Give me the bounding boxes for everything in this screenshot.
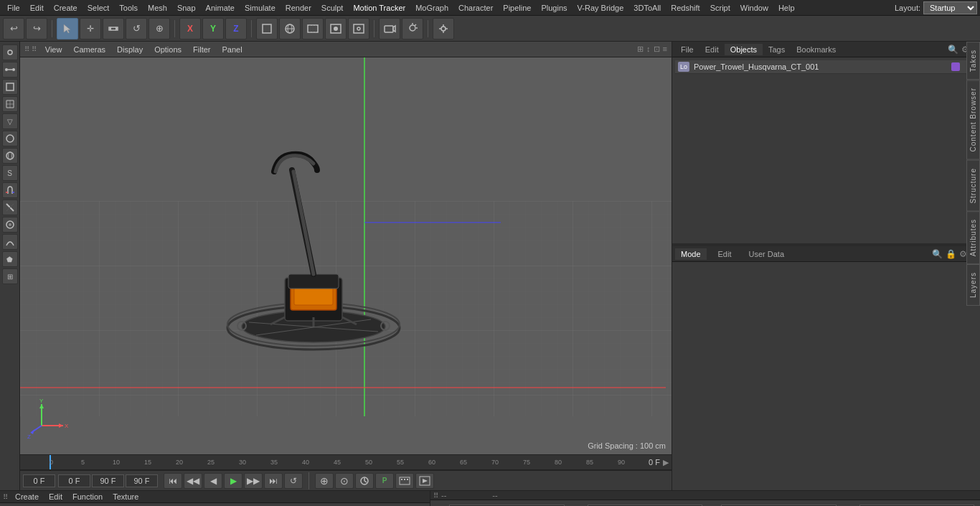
menu-item-create[interactable]: Create bbox=[50, 2, 82, 14]
frame-end-input[interactable] bbox=[92, 474, 124, 487]
menu-item-motiontracker[interactable]: Motion Tracker bbox=[349, 2, 410, 14]
menu-item-3dtoall[interactable]: 3DToAll bbox=[629, 2, 665, 14]
texture-mode-button[interactable] bbox=[279, 18, 301, 39]
attr-lock-icon[interactable]: 🔒 bbox=[946, 249, 956, 259]
menu-item-snap[interactable]: Snap bbox=[173, 2, 200, 14]
goto-start-btn[interactable]: ⏮ bbox=[164, 473, 182, 489]
viewport-menu-options[interactable]: Options bbox=[151, 44, 184, 55]
rp-tab-bookmarks[interactable]: Bookmarks bbox=[791, 44, 842, 55]
viewport-menu-filter[interactable]: Filter bbox=[190, 44, 213, 55]
viewport-control-1[interactable]: ⊞ bbox=[637, 44, 644, 54]
magnet-btn[interactable] bbox=[2, 182, 18, 198]
frame-start-input[interactable] bbox=[23, 474, 55, 487]
step-forward-btn[interactable]: ▶▶ bbox=[244, 473, 263, 489]
loop-btn[interactable]: ↺ bbox=[284, 473, 303, 489]
play-back-btn[interactable]: ◀ bbox=[204, 473, 222, 489]
yaxis-button[interactable]: Y bbox=[202, 18, 224, 39]
attr-tab-mode[interactable]: Mode bbox=[675, 248, 707, 260]
rp-tab-file[interactable]: File bbox=[675, 44, 699, 55]
rp-search-icon[interactable]: 🔍 bbox=[948, 44, 958, 55]
viewport-3d[interactable]: Perspective Grid Spacing : 100 cm X Y Z bbox=[20, 57, 672, 454]
light-button[interactable] bbox=[402, 18, 423, 39]
vtab-content-browser[interactable]: Content Browser bbox=[966, 80, 980, 159]
step-back-btn[interactable]: ◀◀ bbox=[184, 473, 202, 489]
menu-item-redshift[interactable]: Redshift bbox=[666, 2, 704, 14]
menu-item-select[interactable]: Select bbox=[83, 2, 114, 14]
object-row-1[interactable]: Lo Power_Trowel_Husqvarna_CT_001 bbox=[675, 60, 977, 74]
xaxis-button[interactable]: X bbox=[179, 18, 201, 39]
viewport-menu-cameras[interactable]: Cameras bbox=[70, 44, 108, 55]
uvw-btn[interactable] bbox=[2, 96, 18, 112]
viewport-control-4[interactable]: ≡ bbox=[663, 44, 667, 54]
key-auto-btn[interactable] bbox=[355, 473, 374, 489]
hair-btn[interactable]: ⬟ bbox=[2, 251, 18, 267]
menu-item-pipeline[interactable]: Pipeline bbox=[499, 2, 535, 14]
vtab-structure[interactable]: Structure bbox=[966, 160, 980, 212]
menu-item-character[interactable]: Character bbox=[454, 2, 497, 14]
rotate-tool-button[interactable]: ↺ bbox=[126, 18, 147, 39]
menu-item-sculpt[interactable]: Sculpt bbox=[317, 2, 348, 14]
move-tool-button[interactable]: ✛ bbox=[80, 18, 101, 39]
menu-item-tools[interactable]: Tools bbox=[115, 2, 142, 14]
vtab-attributes[interactable]: Attributes bbox=[966, 211, 980, 264]
menu-item-plugins[interactable]: Plugins bbox=[537, 2, 571, 14]
undo-button[interactable]: ↩ bbox=[3, 18, 24, 39]
mat-menu-create[interactable]: Create bbox=[12, 491, 42, 502]
viewport-menu-panel[interactable]: Panel bbox=[220, 44, 245, 55]
mat-menu-texture[interactable]: Texture bbox=[110, 491, 141, 502]
select-tool-button[interactable] bbox=[57, 18, 78, 39]
mat-menu-edit[interactable]: Edit bbox=[46, 491, 65, 502]
poly-mode-btn[interactable] bbox=[2, 79, 18, 95]
viewport-menu-view[interactable]: View bbox=[42, 44, 65, 55]
key-remove-btn[interactable]: ⊙ bbox=[335, 473, 354, 489]
menu-item-render[interactable]: Render bbox=[281, 2, 316, 14]
menu-item-window[interactable]: Window bbox=[736, 2, 773, 14]
edge-mode-btn[interactable] bbox=[2, 62, 18, 78]
timeline-end-btn[interactable]: ▶ bbox=[663, 458, 669, 467]
model-btn[interactable]: ▽ bbox=[2, 113, 18, 129]
attr-tab-userdata[interactable]: User Data bbox=[743, 248, 791, 260]
redo-button[interactable]: ↪ bbox=[26, 18, 47, 39]
attr-tab-edit[interactable]: Edit bbox=[712, 248, 738, 260]
render-settings-button[interactable] bbox=[348, 18, 369, 39]
key-add-btn[interactable]: ⊕ bbox=[315, 473, 334, 489]
viewport-menu-display[interactable]: Display bbox=[114, 44, 146, 55]
timeline-area[interactable]: 0 5 10 15 20 25 30 35 40 45 50 55 60 65 … bbox=[20, 454, 672, 470]
menu-item-simulate[interactable]: Simulate bbox=[240, 2, 280, 14]
render-region-button[interactable] bbox=[302, 18, 324, 39]
snap-single-button[interactable] bbox=[433, 18, 454, 39]
keys-display-btn[interactable] bbox=[395, 473, 414, 489]
rp-tab-tags[interactable]: Tags bbox=[763, 44, 791, 55]
menu-item-mesh[interactable]: Mesh bbox=[143, 2, 171, 14]
object-btn[interactable] bbox=[2, 131, 18, 146]
rp-tab-edit[interactable]: Edit bbox=[699, 44, 725, 55]
menu-item-edit[interactable]: Edit bbox=[26, 2, 48, 14]
menu-item-script[interactable]: Script bbox=[706, 2, 735, 14]
scale-tool-button[interactable] bbox=[103, 18, 124, 39]
camera-button[interactable] bbox=[379, 18, 400, 39]
motion-preview-btn[interactable] bbox=[415, 473, 434, 489]
mat-menu-function[interactable]: Function bbox=[70, 491, 105, 502]
sculpt-btn[interactable] bbox=[2, 217, 18, 233]
zaxis-button[interactable]: Z bbox=[225, 18, 247, 39]
layout-select[interactable]: Startup Standard bbox=[923, 1, 977, 14]
spline-btn[interactable] bbox=[2, 234, 18, 250]
frame-prev-input[interactable] bbox=[58, 474, 90, 487]
menu-item-mograph[interactable]: MoGraph bbox=[411, 2, 453, 14]
render-button[interactable] bbox=[325, 18, 347, 39]
texture-btn[interactable] bbox=[2, 148, 18, 164]
weight-btn[interactable]: S bbox=[2, 165, 18, 181]
knife-btn[interactable] bbox=[2, 200, 18, 215]
attr-search-icon[interactable]: 🔍 bbox=[932, 249, 943, 259]
play-btn[interactable]: ▶ bbox=[224, 473, 242, 489]
model-mode-button[interactable] bbox=[256, 18, 278, 39]
menu-item-vray[interactable]: V-Ray Bridge bbox=[573, 2, 628, 14]
extra-btn[interactable]: ⊞ bbox=[2, 268, 18, 284]
vtab-layers[interactable]: Layers bbox=[966, 264, 980, 306]
point-mode-btn[interactable] bbox=[2, 44, 18, 60]
viewport-control-2[interactable]: ↕ bbox=[646, 44, 651, 54]
poly-tool-button[interactable]: ⊕ bbox=[149, 18, 170, 39]
menu-item-animate[interactable]: Animate bbox=[202, 2, 239, 14]
pla-btn[interactable]: P bbox=[375, 473, 394, 489]
menu-item-file[interactable]: File bbox=[3, 2, 24, 14]
